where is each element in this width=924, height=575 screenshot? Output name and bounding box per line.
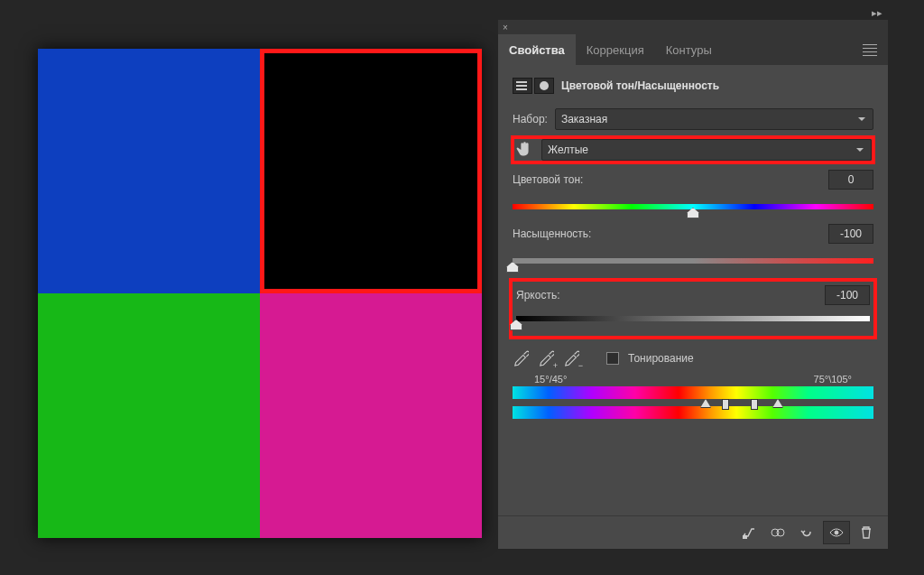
color-bar-top: [513, 386, 873, 399]
channel-row-highlighted: Желтые: [513, 137, 873, 162]
hue-value[interactable]: 0: [828, 170, 873, 190]
clip-to-layer-icon[interactable]: [736, 522, 762, 543]
scrubby-hand-icon[interactable]: [514, 140, 534, 160]
eyedropper-row: + − Тонирование: [513, 348, 873, 368]
hue-label: Цветовой тон:: [513, 173, 583, 186]
lightness-value[interactable]: -100: [825, 285, 870, 305]
lightness-section-highlighted: Яркость: -100: [509, 278, 877, 339]
channel-select[interactable]: Желтые: [541, 139, 872, 161]
range-marker-2[interactable]: [722, 399, 729, 410]
svg-point-2: [777, 529, 784, 536]
panel-body: Цветовой тон/Насыщенность Набор: Заказна…: [498, 65, 888, 426]
hue-slider[interactable]: [513, 197, 873, 215]
square-magenta: [260, 293, 482, 538]
svg-rect-0: [743, 535, 747, 539]
reset-icon[interactable]: [794, 522, 819, 543]
colorize-checkbox[interactable]: [606, 352, 619, 365]
canvas[interactable]: [38, 49, 482, 538]
tab-properties[interactable]: Свойства: [498, 34, 576, 65]
workspace: [0, 0, 498, 575]
panel-titlebar[interactable]: ×: [498, 20, 888, 34]
saturation-value[interactable]: -100: [828, 224, 873, 244]
hue-section: Цветовой тон: 0: [513, 170, 873, 215]
hue-sat-icon[interactable]: [513, 78, 532, 94]
range-marker-3[interactable]: [751, 399, 758, 410]
delete-icon[interactable]: [854, 522, 879, 543]
properties-panel: ▸▸ × Свойства Коррекция Контуры Цветовой…: [498, 20, 888, 549]
range-labels: 15°/45° 75°\105°: [534, 374, 852, 385]
adjustment-header: Цветовой тон/Насыщенность: [513, 78, 873, 94]
color-range-bars[interactable]: [513, 386, 873, 426]
preset-row: Набор: Заказная: [513, 108, 873, 130]
eyedropper-icon[interactable]: [513, 348, 529, 368]
adjustment-title: Цветовой тон/Насыщенность: [561, 79, 719, 92]
mask-icon[interactable]: [534, 78, 554, 94]
square-green: [38, 293, 260, 538]
range-marker-1[interactable]: [700, 399, 711, 408]
toggle-visibility-icon[interactable]: [823, 521, 850, 544]
preset-select[interactable]: Заказная: [555, 108, 873, 130]
tab-correction[interactable]: Коррекция: [576, 34, 655, 65]
square-blue: [38, 49, 260, 293]
panel-footer: [498, 515, 888, 549]
panel-menu-icon[interactable]: [859, 34, 881, 65]
square-black-highlighted: [260, 49, 482, 293]
range-marker-4[interactable]: [772, 399, 783, 408]
eyedropper-add-icon[interactable]: +: [538, 348, 554, 368]
colorize-label: Тонирование: [628, 352, 694, 365]
range-left: 15°/45°: [534, 374, 567, 385]
range-right: 75°\105°: [814, 374, 852, 385]
close-icon[interactable]: ×: [498, 20, 513, 34]
panel-tabs: Свойства Коррекция Контуры: [498, 34, 888, 65]
eyedropper-subtract-icon[interactable]: −: [563, 348, 579, 368]
saturation-label: Насыщенность:: [513, 227, 591, 240]
view-previous-icon[interactable]: [765, 522, 790, 543]
collapse-icon[interactable]: ▸▸: [872, 7, 882, 19]
saturation-slider[interactable]: [513, 251, 873, 269]
color-bar-bottom: [513, 406, 873, 419]
tab-paths[interactable]: Контуры: [655, 34, 723, 65]
lightness-label: Яркость:: [516, 289, 559, 301]
svg-point-3: [835, 531, 838, 534]
lightness-slider[interactable]: [516, 309, 870, 327]
preset-label: Набор:: [513, 113, 548, 125]
saturation-section: Насыщенность: -100: [513, 224, 873, 269]
